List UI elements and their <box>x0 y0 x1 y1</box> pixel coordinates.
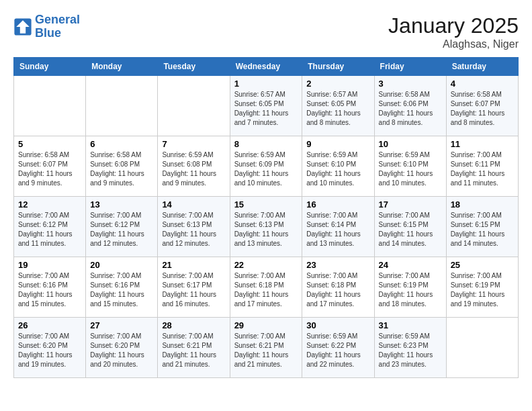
day-info: Sunrise: 6:58 AMSunset: 6:07 PMDaylight:… <box>18 150 81 188</box>
calendar-cell <box>158 76 230 136</box>
day-info: Sunrise: 7:00 AMSunset: 6:13 PMDaylight:… <box>162 211 225 248</box>
day-info: Sunrise: 6:58 AMSunset: 6:07 PMDaylight:… <box>451 90 514 128</box>
calendar-cell: 25Sunrise: 7:00 AMSunset: 6:19 PMDayligh… <box>446 257 518 318</box>
calendar-cell: 20Sunrise: 7:00 AMSunset: 6:16 PMDayligh… <box>86 257 158 318</box>
week-row-5: 26Sunrise: 7:00 AMSunset: 6:20 PMDayligh… <box>14 318 519 378</box>
calendar-cell: 4Sunrise: 6:58 AMSunset: 6:07 PMDaylight… <box>446 76 518 136</box>
day-info: Sunrise: 6:57 AMSunset: 6:05 PMDaylight:… <box>306 90 369 128</box>
day-number: 26 <box>18 320 81 330</box>
day-info: Sunrise: 7:00 AMSunset: 6:19 PMDaylight:… <box>451 271 514 309</box>
day-info: Sunrise: 7:00 AMSunset: 6:16 PMDaylight:… <box>90 271 153 309</box>
calendar-cell: 1Sunrise: 6:57 AMSunset: 6:05 PMDaylight… <box>230 76 302 136</box>
day-info: Sunrise: 7:00 AMSunset: 6:12 PMDaylight:… <box>90 211 153 248</box>
day-number: 24 <box>379 260 442 270</box>
weekday-header-tuesday: Tuesday <box>158 58 230 76</box>
day-number: 17 <box>379 199 442 210</box>
day-info: Sunrise: 7:00 AMSunset: 6:18 PMDaylight:… <box>306 271 369 309</box>
day-number: 25 <box>451 260 514 270</box>
calendar-cell: 2Sunrise: 6:57 AMSunset: 6:05 PMDaylight… <box>302 76 374 136</box>
calendar-cell: 26Sunrise: 7:00 AMSunset: 6:20 PMDayligh… <box>14 318 86 378</box>
logo-icon <box>13 17 32 36</box>
day-number: 13 <box>90 199 153 210</box>
day-info: Sunrise: 6:59 AMSunset: 6:10 PMDaylight:… <box>379 150 442 188</box>
day-number: 23 <box>306 260 369 270</box>
calendar-cell: 10Sunrise: 6:59 AMSunset: 6:10 PMDayligh… <box>374 136 446 197</box>
day-number: 10 <box>379 139 442 149</box>
calendar-cell: 12Sunrise: 7:00 AMSunset: 6:12 PMDayligh… <box>14 197 86 257</box>
day-number: 29 <box>234 320 298 330</box>
day-number: 28 <box>162 320 225 330</box>
week-row-4: 19Sunrise: 7:00 AMSunset: 6:16 PMDayligh… <box>14 257 519 318</box>
day-number: 5 <box>18 139 81 149</box>
calendar-cell: 13Sunrise: 7:00 AMSunset: 6:12 PMDayligh… <box>86 197 158 257</box>
day-number: 11 <box>451 139 514 149</box>
day-number: 27 <box>90 320 153 330</box>
day-number: 1 <box>234 79 298 89</box>
calendar-cell <box>86 76 158 136</box>
calendar-cell <box>446 318 518 378</box>
logo: General Blue <box>13 13 80 40</box>
day-info: Sunrise: 6:58 AMSunset: 6:06 PMDaylight:… <box>379 90 442 128</box>
day-number: 7 <box>162 139 225 149</box>
weekday-header-monday: Monday <box>86 58 158 76</box>
calendar-cell: 23Sunrise: 7:00 AMSunset: 6:18 PMDayligh… <box>302 257 374 318</box>
day-info: Sunrise: 6:59 AMSunset: 6:08 PMDaylight:… <box>162 150 225 188</box>
calendar-cell: 16Sunrise: 7:00 AMSunset: 6:14 PMDayligh… <box>302 197 374 257</box>
calendar-cell: 30Sunrise: 6:59 AMSunset: 6:22 PMDayligh… <box>302 318 374 378</box>
day-info: Sunrise: 6:59 AMSunset: 6:09 PMDaylight:… <box>234 150 298 188</box>
day-info: Sunrise: 7:00 AMSunset: 6:20 PMDaylight:… <box>18 332 81 369</box>
day-info: Sunrise: 7:00 AMSunset: 6:18 PMDaylight:… <box>234 271 298 309</box>
day-info: Sunrise: 6:59 AMSunset: 6:23 PMDaylight:… <box>379 332 442 369</box>
weekday-header-row: SundayMondayTuesdayWednesdayThursdayFrid… <box>14 58 519 76</box>
day-number: 20 <box>90 260 153 270</box>
calendar-cell <box>14 76 86 136</box>
weekday-header-wednesday: Wednesday <box>230 58 302 76</box>
month-title: January 2025 <box>388 13 519 38</box>
day-number: 31 <box>379 320 442 330</box>
calendar-cell: 17Sunrise: 7:00 AMSunset: 6:15 PMDayligh… <box>374 197 446 257</box>
location: Alaghsas, Niger <box>388 38 519 50</box>
weekday-header-saturday: Saturday <box>446 58 518 76</box>
calendar-cell: 9Sunrise: 6:59 AMSunset: 6:10 PMDaylight… <box>302 136 374 197</box>
day-info: Sunrise: 7:00 AMSunset: 6:17 PMDaylight:… <box>162 271 225 309</box>
day-info: Sunrise: 7:00 AMSunset: 6:21 PMDaylight:… <box>234 332 298 369</box>
calendar-cell: 6Sunrise: 6:58 AMSunset: 6:08 PMDaylight… <box>86 136 158 197</box>
day-info: Sunrise: 6:59 AMSunset: 6:10 PMDaylight:… <box>306 150 369 188</box>
day-number: 21 <box>162 260 225 270</box>
day-number: 18 <box>451 199 514 210</box>
day-number: 15 <box>234 199 298 210</box>
calendar-cell: 29Sunrise: 7:00 AMSunset: 6:21 PMDayligh… <box>230 318 302 378</box>
calendar-cell: 22Sunrise: 7:00 AMSunset: 6:18 PMDayligh… <box>230 257 302 318</box>
day-info: Sunrise: 6:57 AMSunset: 6:05 PMDaylight:… <box>234 90 298 128</box>
calendar-cell: 14Sunrise: 7:00 AMSunset: 6:13 PMDayligh… <box>158 197 230 257</box>
calendar-cell: 11Sunrise: 7:00 AMSunset: 6:11 PMDayligh… <box>446 136 518 197</box>
day-info: Sunrise: 7:00 AMSunset: 6:19 PMDaylight:… <box>379 271 442 309</box>
calendar-cell: 15Sunrise: 7:00 AMSunset: 6:13 PMDayligh… <box>230 197 302 257</box>
day-number: 14 <box>162 199 225 210</box>
calendar-cell: 3Sunrise: 6:58 AMSunset: 6:06 PMDaylight… <box>374 76 446 136</box>
calendar-cell: 7Sunrise: 6:59 AMSunset: 6:08 PMDaylight… <box>158 136 230 197</box>
day-info: Sunrise: 7:00 AMSunset: 6:21 PMDaylight:… <box>162 332 225 369</box>
week-row-3: 12Sunrise: 7:00 AMSunset: 6:12 PMDayligh… <box>14 197 519 257</box>
day-number: 30 <box>306 320 369 330</box>
calendar-cell: 27Sunrise: 7:00 AMSunset: 6:20 PMDayligh… <box>86 318 158 378</box>
calendar-cell: 28Sunrise: 7:00 AMSunset: 6:21 PMDayligh… <box>158 318 230 378</box>
day-info: Sunrise: 6:59 AMSunset: 6:22 PMDaylight:… <box>306 332 369 369</box>
calendar-cell: 18Sunrise: 7:00 AMSunset: 6:15 PMDayligh… <box>446 197 518 257</box>
day-info: Sunrise: 7:00 AMSunset: 6:15 PMDaylight:… <box>451 211 514 248</box>
calendar-cell: 24Sunrise: 7:00 AMSunset: 6:19 PMDayligh… <box>374 257 446 318</box>
calendar: SundayMondayTuesdayWednesdayThursdayFrid… <box>13 57 519 378</box>
day-info: Sunrise: 7:00 AMSunset: 6:20 PMDaylight:… <box>90 332 153 369</box>
page-header: General Blue January 2025 Alaghsas, Nige… <box>13 13 519 50</box>
day-number: 22 <box>234 260 298 270</box>
calendar-cell: 19Sunrise: 7:00 AMSunset: 6:16 PMDayligh… <box>14 257 86 318</box>
day-number: 16 <box>306 199 369 210</box>
day-info: Sunrise: 7:00 AMSunset: 6:13 PMDaylight:… <box>234 211 298 248</box>
week-row-2: 5Sunrise: 6:58 AMSunset: 6:07 PMDaylight… <box>14 136 519 197</box>
weekday-header-thursday: Thursday <box>302 58 374 76</box>
weekday-header-friday: Friday <box>374 58 446 76</box>
calendar-cell: 8Sunrise: 6:59 AMSunset: 6:09 PMDaylight… <box>230 136 302 197</box>
title-block: January 2025 Alaghsas, Niger <box>388 13 519 50</box>
calendar-cell: 21Sunrise: 7:00 AMSunset: 6:17 PMDayligh… <box>158 257 230 318</box>
calendar-cell: 5Sunrise: 6:58 AMSunset: 6:07 PMDaylight… <box>14 136 86 197</box>
